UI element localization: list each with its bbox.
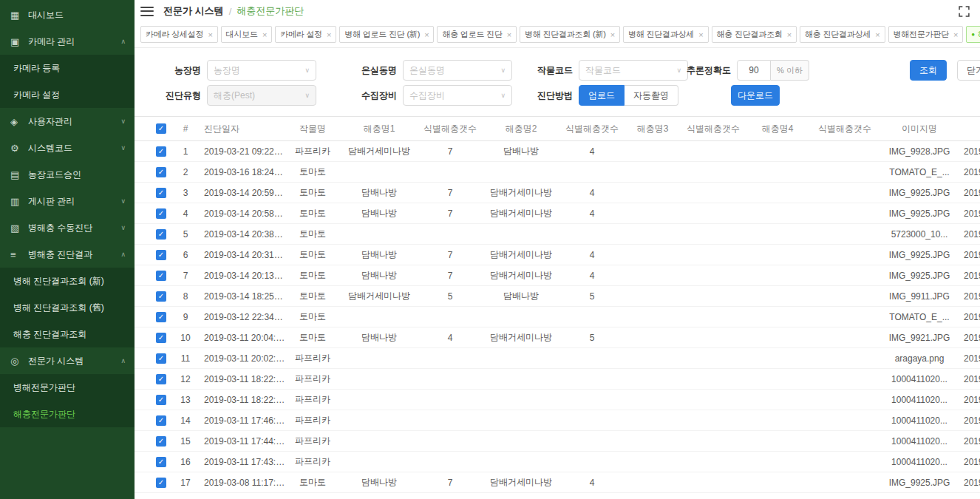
close-icon[interactable]: ×	[507, 30, 511, 39]
search-button[interactable]: 조회	[910, 60, 947, 81]
row-checkbox[interactable]: ✓	[156, 457, 166, 467]
row-checkbox[interactable]: ✓	[156, 250, 166, 260]
pest-count-2: 4	[560, 478, 624, 488]
sidebar-item-camera-management[interactable]: ▣ 카메라 관리 ∧	[0, 28, 135, 55]
sidebar-item-disease-result-old[interactable]: 병해 진단결과조회 (舊)	[0, 294, 135, 321]
upload-method-button[interactable]: 업로드	[579, 85, 625, 106]
tab[interactable]: ● 병해 진단결과조회 (新) ×	[520, 26, 620, 43]
list-icon: ≡	[10, 249, 28, 260]
close-button[interactable]: 닫기	[957, 60, 980, 81]
pest-name-1: 담배거세미나방	[340, 290, 418, 302]
tab-label: 병해 업로드 진단 (新)	[344, 29, 420, 40]
sidebar-item-manual-diagnosis[interactable]: ▧ 병해충 수동진단 ∨	[0, 214, 135, 241]
diagnosis-date: 2019-03-14 20:31:03	[198, 250, 285, 260]
farm-name-select[interactable]: 농장명 ∨	[207, 60, 316, 81]
auto-capture-method-button[interactable]: 자동촬영	[625, 85, 678, 106]
row-number: 11	[173, 353, 198, 364]
row-checkbox[interactable]: ✓	[156, 374, 166, 384]
row-checkbox[interactable]: ✓	[156, 208, 166, 219]
tab[interactable]: ● 대시보드 ×	[221, 26, 272, 43]
tab[interactable]: ● 해충 진단결과상세 ×	[800, 26, 885, 43]
sidebar-item-expert-system[interactable]: ◎ 전문가 시스템 ∧	[0, 347, 135, 374]
diagnosis-date: 2019-03-14 20:59:38	[198, 188, 285, 198]
row-checkbox[interactable]: ✓	[156, 188, 166, 198]
crop-name: 토마토	[285, 476, 340, 489]
app-window: ▦ 대시보드 ▣ 카메라 관리 ∧ 카메라 등록 카메라 설정 ◈ 사용자관리 …	[0, 0, 980, 499]
check-icon: ✓	[158, 146, 164, 157]
sidebar-item-diagnosis-results[interactable]: ≡ 병해충 진단결과 ∧	[0, 241, 135, 268]
row-checkbox[interactable]: ✓	[156, 229, 166, 240]
sidebar-item-expert-disease[interactable]: 병해전문가판단	[0, 374, 135, 401]
sidebar-item-board-management[interactable]: ▥ 게시판 관리 ∨	[0, 188, 135, 214]
row-checkbox[interactable]: ✓	[156, 436, 166, 447]
crop-code-select[interactable]: 작물코드 ∨	[579, 60, 688, 81]
image-name: IMG_9928.JPG	[879, 146, 959, 157]
device-select[interactable]: 수집장비 ∨	[403, 85, 512, 106]
crop-name: 파프리카	[285, 393, 340, 406]
sidebar-item-expert-pest[interactable]: 해충전문가판단	[0, 401, 135, 427]
row-number: 10	[173, 333, 198, 343]
table-row: ✓ 3 2019-03-14 20:59:38 토마토 담배나방 7 담배거세미…	[135, 183, 980, 203]
sidebar-item-user-management[interactable]: ◈ 사용자관리 ∨	[0, 108, 135, 135]
registered-date: 2019	[959, 415, 980, 426]
row-checkbox[interactable]: ✓	[156, 415, 166, 426]
table-row: ✓ 2 2019-03-16 18:24:43 토마토 TOMATO_E_...	[135, 162, 980, 183]
row-checkbox[interactable]: ✓	[156, 167, 166, 177]
row-checkbox[interactable]: ✓	[156, 291, 166, 302]
close-icon[interactable]: ×	[208, 30, 212, 39]
close-icon[interactable]: ×	[787, 30, 792, 39]
tab-label: 병해전문가판단	[894, 29, 950, 40]
close-icon[interactable]: ×	[610, 30, 615, 39]
check-icon: ✓	[158, 478, 164, 488]
tab[interactable]: ● 카메라 상세설정 ×	[140, 26, 218, 43]
tab[interactable]: ● 해충 업로드 진단 ×	[437, 26, 517, 43]
chevron-up-icon: ∧	[120, 357, 126, 364]
row-checkbox[interactable]: ✓	[156, 395, 166, 405]
sidebar-item-disease-result-new[interactable]: 병해 진단결과조회 (新)	[0, 268, 135, 294]
row-number: 13	[173, 395, 198, 405]
row-checkbox[interactable]: ✓	[156, 333, 166, 343]
pest-count-1: 7	[418, 271, 482, 281]
sidebar-item-dashboard[interactable]: ▦ 대시보드	[0, 1, 135, 28]
pest-count-1: 7	[418, 146, 482, 157]
tab[interactable]: ● 해충전문가판단 ×	[966, 26, 980, 43]
chevron-down-icon: ∨	[304, 67, 310, 74]
column-header: 진단일자	[198, 123, 285, 135]
close-icon[interactable]: ×	[327, 30, 331, 39]
pest-name-1: 담배나방	[340, 476, 418, 489]
close-icon[interactable]: ×	[698, 30, 703, 39]
row-checkbox[interactable]: ✓	[156, 312, 166, 322]
sidebar-item-system-code[interactable]: ⚙ 시스템코드 ∨	[0, 135, 135, 161]
row-checkbox[interactable]: ✓	[156, 271, 166, 281]
tab[interactable]: ● 병해 진단결과상세 ×	[623, 26, 709, 43]
sidebar-item-camera-register[interactable]: 카메라 등록	[0, 55, 135, 81]
close-icon[interactable]: ×	[875, 30, 879, 39]
check-icon: ✓	[158, 415, 164, 426]
tab[interactable]: ● 병해전문가판단 ×	[888, 26, 964, 43]
sidebar-item-farm-code-approval[interactable]: ▤ 농장코드승인	[0, 161, 135, 188]
download-button[interactable]: 다운로드	[731, 85, 780, 106]
sidebar-item-pest-result[interactable]: 해충 진단결과조회	[0, 321, 135, 347]
diagnosis-type-select[interactable]: 해충(Pest) ∨	[207, 85, 316, 106]
close-icon[interactable]: ×	[424, 30, 429, 39]
registered-date: 2019	[959, 312, 980, 322]
row-checkbox[interactable]: ✓	[156, 478, 166, 488]
select-all-checkbox[interactable]: ✓	[156, 123, 166, 134]
tab[interactable]: ● 병해 업로드 진단 (新) ×	[339, 26, 434, 43]
sidebar-item-camera-settings[interactable]: 카메라 설정	[0, 81, 135, 108]
close-icon[interactable]: ×	[262, 30, 267, 39]
table-row: ✓ 7 2019-03-14 20:13:53 토마토 담배나방 7 담배거세미…	[135, 265, 980, 286]
crop-name: 토마토	[285, 290, 340, 302]
image-name: 5723000_10...	[879, 229, 959, 240]
tab[interactable]: ● 해충 진단결과조회 ×	[712, 26, 797, 43]
accuracy-input[interactable]	[737, 60, 771, 81]
image-name: IMG_9925.JPG	[879, 188, 959, 198]
row-checkbox[interactable]: ✓	[156, 353, 166, 364]
row-checkbox[interactable]: ✓	[156, 146, 166, 157]
tab[interactable]: ● 카메라 설정 ×	[275, 26, 336, 43]
greenhouse-select[interactable]: 온실동명 ∨	[403, 60, 512, 81]
pest-count-2: 4	[560, 146, 624, 157]
hamburger-menu-icon[interactable]	[140, 7, 154, 16]
close-icon[interactable]: ×	[953, 30, 958, 39]
fullscreen-icon[interactable]	[959, 6, 970, 17]
